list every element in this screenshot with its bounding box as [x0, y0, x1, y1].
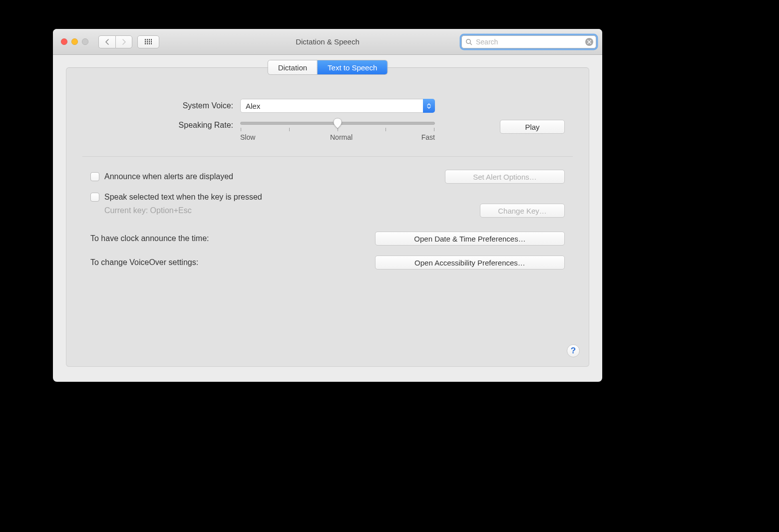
- nav-group: [98, 35, 132, 48]
- chevron-right-icon: [122, 39, 126, 45]
- current-key-row: Current key: Option+Esc Change Key…: [104, 204, 565, 218]
- change-key-button[interactable]: Change Key…: [480, 204, 565, 218]
- show-all-button[interactable]: [137, 35, 159, 48]
- tab-dictation[interactable]: Dictation: [268, 60, 318, 74]
- preferences-window: Dictation & Speech Dictation Text to Spe…: [53, 29, 602, 382]
- help-button[interactable]: ?: [567, 344, 580, 357]
- open-date-time-button[interactable]: Open Date & Time Preferences…: [375, 232, 565, 246]
- search-input[interactable]: [461, 35, 596, 48]
- slider-thumb[interactable]: [333, 118, 343, 129]
- speaking-rate-label: Speaking Rate:: [90, 120, 240, 130]
- content-panel: Dictation Text to Speech System Voice: A…: [66, 67, 589, 367]
- announce-alerts-label: Announce when alerts are displayed: [104, 172, 233, 181]
- slider-track: [240, 122, 435, 125]
- clear-search-button[interactable]: [585, 38, 593, 46]
- slider-label-slow: Slow: [240, 133, 255, 141]
- speaking-rate-row: Speaking Rate: Slow Normal Fast: [90, 120, 565, 141]
- speak-selected-checkbox[interactable]: [90, 193, 99, 202]
- system-voice-value: Alex: [240, 99, 435, 113]
- announce-alerts-row: Announce when alerts are displayed Set A…: [90, 170, 565, 184]
- zoom-window-button[interactable]: [82, 38, 88, 45]
- tab-text-to-speech[interactable]: Text to Speech: [318, 60, 387, 74]
- slider-tick-labels: Slow Normal Fast: [240, 133, 435, 141]
- system-voice-label: System Voice:: [90, 101, 240, 110]
- speak-selected-row: Speak selected text when the key is pres…: [90, 193, 565, 202]
- x-icon: [587, 40, 591, 44]
- grid-icon: [145, 39, 152, 44]
- open-accessibility-button[interactable]: Open Accessibility Preferences…: [375, 256, 565, 269]
- svg-line-1: [470, 43, 471, 44]
- set-alert-options-button[interactable]: Set Alert Options…: [445, 170, 565, 184]
- clock-row: To have clock announce the time: Open Da…: [90, 232, 565, 246]
- forward-button[interactable]: [115, 35, 132, 48]
- tab-selector: Dictation Text to Speech: [268, 60, 388, 74]
- voiceover-label: To change VoiceOver settings:: [90, 258, 198, 267]
- slider-label-fast: Fast: [421, 133, 435, 141]
- form-area: System Voice: Alex Speaking Rate:: [90, 68, 565, 269]
- search-wrap: [461, 35, 596, 48]
- minimize-window-button[interactable]: [71, 38, 78, 45]
- divider: [82, 156, 573, 157]
- announce-alerts-checkbox[interactable]: [90, 172, 99, 181]
- window-controls: [61, 38, 88, 45]
- voiceover-row: To change VoiceOver settings: Open Acces…: [90, 256, 565, 269]
- system-voice-select[interactable]: Alex: [240, 99, 435, 113]
- speaking-rate-slider[interactable]: Slow Normal Fast: [240, 120, 435, 141]
- back-button[interactable]: [98, 35, 115, 48]
- slider-label-normal: Normal: [330, 133, 353, 141]
- play-button[interactable]: Play: [500, 120, 565, 134]
- close-window-button[interactable]: [61, 38, 67, 45]
- titlebar: Dictation & Speech: [53, 29, 602, 55]
- system-voice-row: System Voice: Alex: [90, 99, 565, 113]
- speak-selected-label: Speak selected text when the key is pres…: [104, 193, 262, 202]
- clock-label: To have clock announce the time:: [90, 234, 209, 243]
- chevron-left-icon: [105, 39, 109, 45]
- select-stepper-icon: [423, 99, 435, 113]
- search-icon: [465, 38, 472, 45]
- current-key-label: Current key: Option+Esc: [104, 206, 192, 215]
